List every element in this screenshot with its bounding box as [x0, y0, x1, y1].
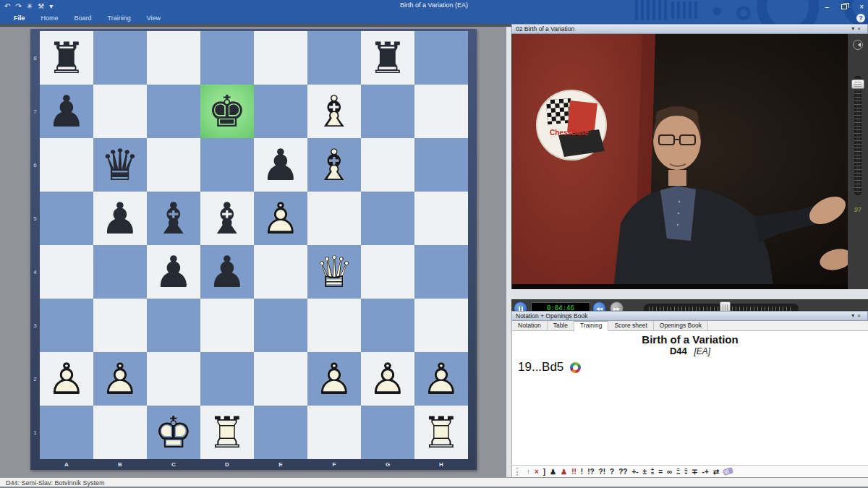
board-square-g1[interactable] — [361, 406, 414, 459]
board-square-a1[interactable] — [40, 406, 93, 459]
tab-score-sheet[interactable]: Score sheet — [608, 321, 653, 331]
close-icon[interactable]: × — [857, 312, 864, 319]
board-square-d8[interactable] — [200, 31, 254, 85]
chess-piece-black-king[interactable]: ♚ — [200, 85, 254, 138]
video-frame[interactable]: ChessBase — [512, 34, 848, 289]
board-square-a2[interactable]: ♟♙ — [40, 352, 93, 406]
board-square-e3[interactable] — [254, 299, 307, 352]
annotation-symbol-button[interactable]: -+ — [702, 466, 709, 477]
board-square-b7[interactable] — [93, 85, 147, 138]
board-square-b4[interactable] — [93, 245, 147, 299]
annotation-symbol-button[interactable]: += — [651, 468, 654, 476]
chess-piece-black-bishop[interactable]: ♝ — [147, 192, 200, 245]
board-square-g4[interactable] — [361, 245, 414, 299]
menu-training[interactable]: Training — [100, 13, 139, 24]
chess-piece-black-pawn[interactable]: ♟ — [93, 192, 147, 245]
chess-piece-black-rook[interactable]: ♜ — [40, 31, 93, 85]
board-square-f1[interactable] — [307, 406, 361, 459]
chess-piece-white-pawn[interactable]: ♟♙ — [361, 352, 414, 406]
current-move[interactable]: 19...Bd5 — [518, 360, 563, 374]
board-square-e6[interactable]: ♟ — [254, 138, 307, 192]
board-square-a7[interactable]: ♟ — [40, 85, 93, 138]
board-square-g3[interactable] — [361, 299, 414, 352]
board-square-f2[interactable]: ♟♙ — [307, 352, 361, 406]
minimize-button[interactable]: – — [825, 3, 830, 11]
volume-slider-thumb[interactable] — [851, 80, 864, 89]
board-square-g7[interactable] — [361, 85, 414, 138]
annotation-symbol-button[interactable]: =∞ — [676, 468, 680, 476]
board-square-f5[interactable] — [307, 192, 361, 245]
board-square-h7[interactable] — [414, 85, 468, 138]
board-square-e1[interactable] — [254, 406, 307, 459]
board-square-d1[interactable]: ♜♖ — [200, 406, 254, 459]
annotation-symbol-button[interactable]: ∞ — [667, 466, 672, 477]
annotation-symbol-button[interactable]: ! — [581, 466, 583, 477]
annotation-symbol-button[interactable]: ? — [610, 466, 614, 477]
annotation-symbol-button[interactable]: =+ — [684, 468, 687, 476]
board-square-d2[interactable] — [200, 352, 254, 406]
annotation-symbol-button[interactable]: = — [658, 466, 663, 477]
board-square-c1[interactable]: ♚♔ — [147, 406, 200, 459]
annotation-symbol-button[interactable]: ♟ — [561, 466, 567, 477]
board-square-d5[interactable]: ♝ — [200, 192, 254, 245]
annotation-symbol-button[interactable]: ± — [643, 466, 647, 477]
annotation-symbol-button[interactable]: ↑ — [527, 466, 530, 477]
restore-button[interactable] — [841, 4, 847, 9]
board-square-f8[interactable] — [307, 31, 361, 85]
menu-file[interactable]: File — [6, 13, 33, 24]
board-square-f6[interactable]: ♝♗ — [307, 138, 361, 192]
vertical-splitter[interactable] — [506, 24, 511, 477]
board-square-d4[interactable]: ♟ — [200, 245, 254, 299]
annotation-symbol-button[interactable]: ?? — [618, 466, 627, 477]
chessboard[interactable]: ♜♜♟♚♝♗♛♟♝♗♟♝♝♟♙♟♟♛♕♟♙♟♙♟♙♟♙♟♙♚♔♜♖♜♖ — [40, 31, 468, 459]
board-square-g2[interactable]: ♟♙ — [361, 352, 414, 406]
annotation-symbol-button[interactable]: !? — [587, 466, 594, 477]
board-square-c4[interactable]: ♟ — [147, 245, 200, 299]
chess-piece-white-king[interactable]: ♚♔ — [147, 406, 200, 459]
board-square-c2[interactable] — [147, 352, 200, 406]
chess-piece-white-pawn[interactable]: ♟♙ — [93, 352, 147, 406]
menu-home[interactable]: Home — [33, 13, 67, 24]
board-square-e4[interactable] — [254, 245, 307, 299]
board-square-e2[interactable] — [254, 352, 307, 406]
chess-piece-black-pawn[interactable]: ♟ — [200, 245, 254, 299]
chess-piece-white-bishop[interactable]: ♝♗ — [307, 138, 361, 192]
board-square-d7[interactable]: ♚ — [200, 85, 254, 138]
help-button[interactable]: ? — [856, 14, 865, 22]
close-icon[interactable]: × — [857, 25, 864, 32]
board-square-h2[interactable]: ♟♙ — [414, 352, 468, 406]
board-square-c3[interactable] — [147, 299, 200, 352]
chess-piece-white-bishop[interactable]: ♝♗ — [307, 85, 361, 138]
annotation-symbol-button[interactable]: !! — [571, 466, 576, 477]
board-square-b8[interactable] — [93, 31, 147, 85]
annotation-symbol-button[interactable]: ⇄ — [713, 466, 719, 477]
board-square-e7[interactable] — [254, 85, 307, 138]
chess-piece-white-pawn[interactable]: ♟♙ — [307, 352, 361, 406]
board-square-h1[interactable]: ♜♖ — [414, 406, 468, 459]
speaker-icon[interactable] — [853, 40, 863, 50]
board-square-e5[interactable]: ♟♙ — [254, 192, 307, 245]
board-square-g6[interactable] — [361, 138, 414, 192]
annotation-symbol-button[interactable]: ∓ — [692, 466, 697, 477]
board-square-a3[interactable] — [40, 299, 93, 352]
board-square-f7[interactable]: ♝♗ — [307, 85, 361, 138]
annotation-symbol-button[interactable]: ♟ — [550, 466, 556, 477]
board-square-h6[interactable] — [414, 138, 468, 192]
board-square-d6[interactable] — [200, 138, 254, 192]
board-square-b6[interactable]: ♛ — [93, 138, 147, 192]
board-square-b5[interactable]: ♟ — [93, 192, 147, 245]
chess-piece-white-pawn[interactable]: ♟♙ — [254, 192, 307, 245]
board-square-c8[interactable] — [147, 31, 200, 85]
board-square-d3[interactable] — [200, 299, 254, 352]
board-square-f4[interactable]: ♛♕ — [307, 245, 361, 299]
notation-content[interactable]: Birth of a Variation D44 [EA] 19...Bd5 — [511, 331, 868, 465]
board-square-e8[interactable] — [254, 31, 307, 85]
close-button[interactable]: × — [859, 3, 864, 11]
board-square-b3[interactable] — [93, 299, 147, 352]
board-square-h4[interactable] — [414, 245, 468, 299]
tab-table[interactable]: Table — [548, 321, 574, 331]
board-square-c7[interactable] — [147, 85, 200, 138]
board-square-b1[interactable] — [93, 406, 147, 459]
board-square-g5[interactable] — [361, 192, 414, 245]
board-square-a8[interactable]: ♜ — [40, 31, 93, 85]
